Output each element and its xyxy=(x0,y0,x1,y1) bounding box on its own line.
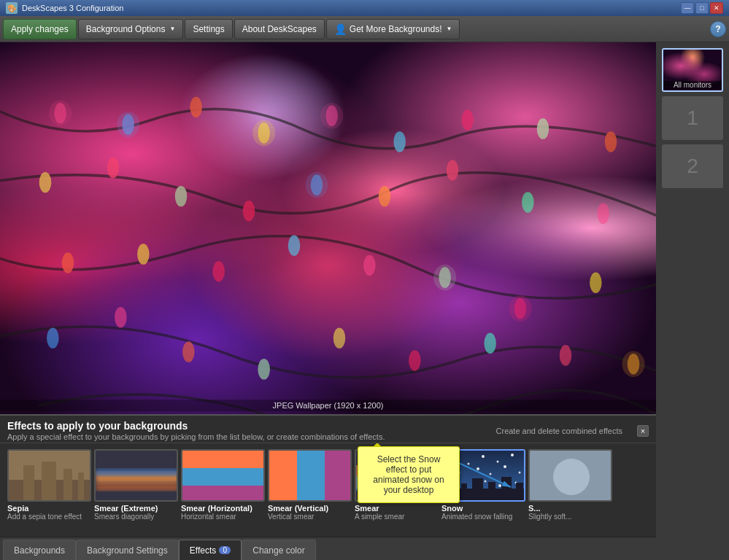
effect-thumb xyxy=(7,449,91,502)
svg-point-12 xyxy=(243,201,255,221)
help-label: ? xyxy=(715,24,720,34)
svg-rect-57 xyxy=(182,486,265,502)
svg-point-41 xyxy=(509,296,532,322)
background-options-button[interactable]: Background Options ▼ xyxy=(78,19,184,39)
all-monitors-label: All monitors xyxy=(663,81,722,89)
svg-point-19 xyxy=(137,244,150,264)
svg-point-18 xyxy=(62,252,74,273)
tab-background-settings-label: Background Settings xyxy=(87,545,168,556)
effects-header-left: Effects to apply to your backgrounds App… xyxy=(7,420,385,441)
minimize-button[interactable]: — xyxy=(681,2,694,14)
svg-point-21 xyxy=(288,235,301,255)
effect-desc: Slightly soft... xyxy=(528,513,612,521)
svg-point-5 xyxy=(393,131,406,152)
effect-thumb xyxy=(181,449,265,502)
svg-rect-82 xyxy=(461,483,467,502)
tab-backgrounds[interactable]: Backgrounds xyxy=(3,540,76,560)
background-options-label: Background Options xyxy=(86,24,166,34)
get-more-button[interactable]: 👤 Get More Backgrounds! ▼ xyxy=(326,19,460,39)
dropdown-arrow-icon: ▼ xyxy=(169,26,175,32)
effect-desc: A simple smear xyxy=(355,513,439,521)
svg-rect-49 xyxy=(63,469,72,502)
svg-point-38 xyxy=(252,120,275,147)
svg-rect-58 xyxy=(269,451,297,502)
monitor-2-thumb[interactable]: 2 xyxy=(662,144,723,188)
effect-name: S... xyxy=(528,504,612,513)
effects-header: Effects to apply to your backgrounds App… xyxy=(0,416,656,443)
svg-point-8 xyxy=(605,131,617,152)
main-image: JPEG Wallpaper (1920 x 1200) xyxy=(0,42,656,414)
snow-tooltip: Select the Snow effect to put animated s… xyxy=(358,446,460,503)
effect-item-s---[interactable]: S...Slightly soft... xyxy=(528,449,612,521)
svg-point-14 xyxy=(379,186,391,206)
effect-thumb xyxy=(94,449,178,502)
tab-background-settings[interactable]: Background Settings xyxy=(76,540,179,560)
monitor-1-thumb[interactable]: 1 xyxy=(662,96,723,140)
maximize-button[interactable]: □ xyxy=(695,2,709,14)
svg-point-10 xyxy=(107,158,120,178)
all-monitors-thumb[interactable]: All monitors xyxy=(662,48,723,92)
effect-desc: Horizontal smear xyxy=(181,513,265,521)
effect-item-sepia[interactable]: SepiaAdd a sepia tone effect xyxy=(7,449,91,521)
tab-change-color[interactable]: Change color xyxy=(242,540,315,560)
titlebar-controls: — □ ✕ xyxy=(681,2,723,14)
svg-point-16 xyxy=(522,192,534,212)
effects-subtitle: Apply a special effect to your backgroun… xyxy=(7,432,385,441)
user-icon: 👤 xyxy=(334,23,347,35)
svg-point-32 xyxy=(484,333,496,354)
effects-title: Effects to apply to your backgrounds xyxy=(7,420,385,432)
svg-point-6 xyxy=(461,110,474,131)
effect-desc: Add a sepia tone effect xyxy=(7,513,91,521)
titlebar-left: 🎨 DeskScapes 3 Configuration xyxy=(6,2,123,14)
effects-items-list: SepiaAdd a sepia tone effect Smear (Extr… xyxy=(0,443,656,537)
svg-point-74 xyxy=(519,472,521,474)
svg-rect-59 xyxy=(297,451,325,502)
close-button[interactable]: ✕ xyxy=(710,2,723,14)
effect-item-smear--extreme-[interactable]: Smear (Extreme)Smears diagonally xyxy=(94,449,178,521)
effect-name: Smear (Vertical) xyxy=(268,504,352,513)
svg-rect-84 xyxy=(488,482,495,502)
tab-effects-label: Effects xyxy=(190,545,216,556)
svg-point-39 xyxy=(306,172,328,198)
tab-effects[interactable]: Effects0 xyxy=(179,540,242,560)
get-more-dropdown-icon: ▼ xyxy=(447,26,452,32)
bottom-tabs: BackgroundsBackground SettingsEffects0Ch… xyxy=(0,537,656,560)
effect-desc: Smears diagonally xyxy=(94,513,178,521)
svg-point-42 xyxy=(622,351,645,377)
svg-point-71 xyxy=(477,467,479,470)
svg-point-73 xyxy=(504,465,506,468)
svg-point-11 xyxy=(175,186,188,206)
svg-point-15 xyxy=(447,160,459,180)
svg-point-7 xyxy=(537,118,549,139)
wallpaper-preview xyxy=(0,42,656,414)
titlebar-title: DeskScapes 3 Configuration xyxy=(22,4,123,12)
apply-changes-label: Apply changes xyxy=(11,24,69,34)
effect-name: Sepia xyxy=(7,504,91,513)
svg-rect-50 xyxy=(78,472,84,502)
titlebar: 🎨 DeskScapes 3 Configuration — □ ✕ xyxy=(0,0,729,16)
app-icon: 🎨 xyxy=(6,2,18,14)
preview-area: JPEG Wallpaper (1920 x 1200) Effects to … xyxy=(0,42,656,560)
svg-rect-48 xyxy=(42,462,56,502)
svg-point-2 xyxy=(190,97,202,117)
effect-desc: Vertical smear xyxy=(268,513,352,521)
apply-changes-button[interactable]: Apply changes xyxy=(3,19,77,39)
svg-rect-83 xyxy=(472,478,483,502)
svg-point-88 xyxy=(553,459,590,495)
settings-button[interactable]: Settings xyxy=(185,19,232,39)
help-button[interactable]: ? xyxy=(710,21,726,37)
svg-rect-54 xyxy=(96,483,178,491)
effect-item-smear--horizontal-[interactable]: Smear (Horizontal)Horizontal smear xyxy=(181,449,265,521)
tooltip-text: Select the Snow effect to put animated s… xyxy=(373,454,444,495)
effects-close-button[interactable]: × xyxy=(637,425,649,437)
svg-rect-55 xyxy=(182,451,265,468)
effect-item-smear--vertical-[interactable]: Smear (Vertical)Vertical smear xyxy=(268,449,352,521)
svg-point-28 xyxy=(182,341,195,362)
svg-point-31 xyxy=(409,350,421,370)
effect-thumb xyxy=(268,449,352,502)
svg-point-26 xyxy=(47,327,59,348)
svg-point-20 xyxy=(212,261,225,281)
about-label: About DeskScapes xyxy=(242,24,317,34)
svg-rect-86 xyxy=(516,483,523,502)
about-button[interactable]: About DeskScapes xyxy=(234,19,325,39)
